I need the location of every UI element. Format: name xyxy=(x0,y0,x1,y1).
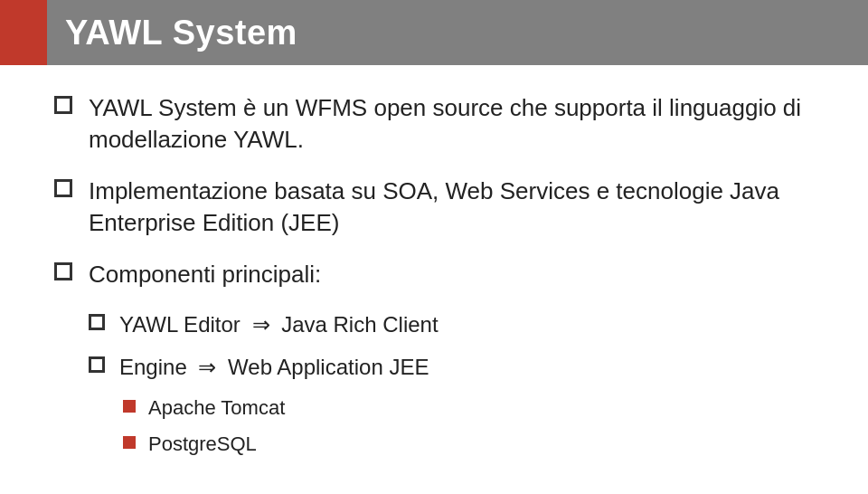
content: YAWL System è un WFMS open source che su… xyxy=(0,83,868,476)
checkbox-icon-1 xyxy=(54,96,72,114)
checkbox-icon-3 xyxy=(54,262,72,280)
bullet-item-2: Implementazione basata su SOA, Web Servi… xyxy=(54,176,814,239)
arrow-icon-1: ⇒ xyxy=(252,312,270,337)
sub-bullet-before-1: YAWL Editor xyxy=(119,312,241,337)
sub-bullet-item-2: Engine ⇒ Web Application JEE xyxy=(89,353,814,382)
sub-bullet-text-1: YAWL Editor ⇒ Java Rich Client xyxy=(119,310,439,339)
sub-bullet-item-1: YAWL Editor ⇒ Java Rich Client xyxy=(89,310,814,339)
title-bar: YAWL System xyxy=(47,0,868,65)
sub-sub-dot-icon-1 xyxy=(123,400,136,413)
bullet-text-3: Componenti principali: xyxy=(89,259,321,290)
bullet-item-3: Componenti principali: xyxy=(54,259,814,290)
sub-checkbox-icon-1 xyxy=(89,314,105,330)
sub-sub-dot-icon-2 xyxy=(123,436,136,449)
bullet-item-1: YAWL System è un WFMS open source che su… xyxy=(54,92,814,156)
header-bar: YAWL System xyxy=(0,0,868,65)
sub-sub-bullet-text-1: Apache Tomcat xyxy=(148,394,285,422)
sub-bullet-after-2: Web Application JEE xyxy=(228,355,429,379)
slide: YAWL System YAWL System è un WFMS open s… xyxy=(0,0,868,494)
slide-title: YAWL System xyxy=(65,14,297,52)
sub-sub-bullet-item-1: Apache Tomcat xyxy=(123,394,814,422)
checkbox-icon-2 xyxy=(54,179,72,197)
sub-sub-bullet-text-2: PostgreSQL xyxy=(148,431,257,458)
sub-checkbox-icon-2 xyxy=(89,356,105,373)
sub-bullet-text-2: Engine ⇒ Web Application JEE xyxy=(119,353,429,382)
bullet-text-2: Implementazione basata su SOA, Web Servi… xyxy=(89,176,814,239)
bullet-text-1: YAWL System è un WFMS open source che su… xyxy=(89,92,814,156)
sub-bullet-before-2: Engine xyxy=(119,355,187,379)
arrow-icon-2: ⇒ xyxy=(198,355,216,379)
sub-bullet-after-1: Java Rich Client xyxy=(281,312,438,337)
sub-sub-bullet-item-2: PostgreSQL xyxy=(123,431,814,458)
red-block xyxy=(0,0,47,65)
